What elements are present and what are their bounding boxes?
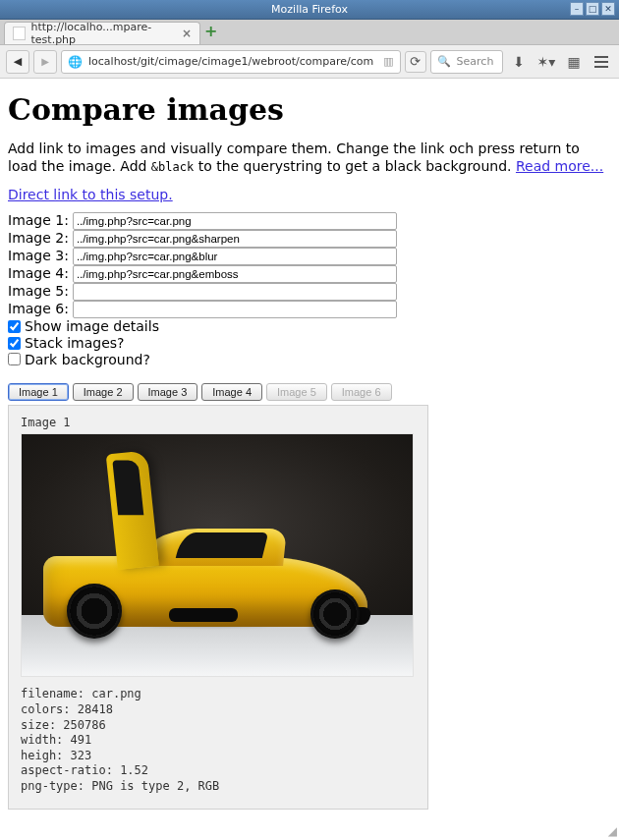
tab-title: http://localho...mpare-test.php (31, 21, 176, 46)
bookmark-button[interactable]: ✶▾ (535, 51, 558, 73)
window-title: Mozilla Firefox (271, 3, 348, 16)
show-image-details-checkbox[interactable] (8, 320, 21, 333)
tab-image-4[interactable]: Image 4 (201, 383, 262, 401)
navigation-toolbar: 🌐 localhost/git/cimage/cimage1/webroot/c… (0, 45, 619, 79)
image2-input[interactable] (73, 230, 397, 248)
forward-button[interactable] (33, 50, 57, 74)
url-text: localhost/git/cimage/cimage1/webroot/com… (88, 55, 373, 68)
intro-text: Add link to images and visually compare … (8, 140, 611, 175)
image4-input[interactable] (73, 265, 397, 283)
reader-mode-icon[interactable]: ▥ (383, 55, 393, 68)
tab-image-3[interactable]: Image 3 (138, 383, 198, 401)
tab-strip: http://localho...mpare-test.php × + (0, 20, 619, 45)
page-title: Compare images (8, 92, 611, 127)
tab-image-2[interactable]: Image 2 (73, 383, 134, 401)
overflow-button[interactable]: ▦ (562, 51, 586, 73)
image6-input[interactable] (73, 301, 397, 318)
downloads-button[interactable]: ⬇ (507, 51, 531, 73)
image3-label: Image 3: (8, 248, 69, 265)
stack-images-label: Stack images? (25, 335, 125, 352)
tab-favicon-icon (13, 27, 26, 40)
image6-label: Image 6: (8, 301, 69, 318)
image5-label: Image 5: (8, 283, 69, 301)
search-bar[interactable]: 🔍 Search (430, 50, 503, 74)
image-panel-label: Image 1 (21, 416, 416, 429)
show-image-details-label: Show image details (25, 318, 159, 335)
search-icon: 🔍 (437, 55, 451, 68)
back-button[interactable] (6, 50, 29, 74)
tab-image-5[interactable]: Image 5 (266, 383, 327, 401)
hamburger-menu-button[interactable] (590, 51, 613, 73)
image1-label: Image 1: (8, 212, 69, 230)
tab-image-6[interactable]: Image 6 (331, 383, 392, 401)
window-titlebar: Mozilla Firefox – □ ✕ (0, 0, 619, 20)
stack-images-checkbox[interactable] (8, 337, 21, 350)
dark-background-checkbox[interactable] (8, 353, 21, 365)
tab-close-icon[interactable]: × (182, 27, 192, 40)
window-maximize-button[interactable]: □ (586, 2, 599, 16)
window-close-button[interactable]: ✕ (601, 2, 615, 16)
image-details: filename: car.png colors: 28418 size: 25… (21, 687, 416, 794)
image3-input[interactable] (73, 248, 397, 265)
tab-image-1[interactable]: Image 1 (8, 383, 69, 401)
image-panel: Image 1 filename: car.png colors: 28418 … (8, 405, 428, 809)
image2-label: Image 2: (8, 230, 69, 248)
url-bar[interactable]: 🌐 localhost/git/cimage/cimage1/webroot/c… (61, 50, 401, 74)
window-minimize-button[interactable]: – (570, 2, 584, 16)
globe-icon: 🌐 (68, 55, 83, 69)
read-more-link[interactable]: Read more... (516, 158, 603, 174)
image1-input[interactable] (73, 212, 397, 230)
image-preview (21, 433, 414, 677)
direct-link[interactable]: Direct link to this setup. (8, 187, 173, 202)
dark-background-label: Dark background? (25, 352, 150, 368)
new-tab-button[interactable]: + (204, 22, 217, 42)
image4-label: Image 4: (8, 265, 69, 283)
resize-grip-icon[interactable]: ◢ (608, 824, 617, 838)
search-placeholder: Search (457, 55, 494, 68)
image5-input[interactable] (73, 283, 397, 301)
reload-button[interactable]: ⟳ (405, 51, 426, 73)
browser-tab[interactable]: http://localho...mpare-test.php × (4, 22, 200, 44)
